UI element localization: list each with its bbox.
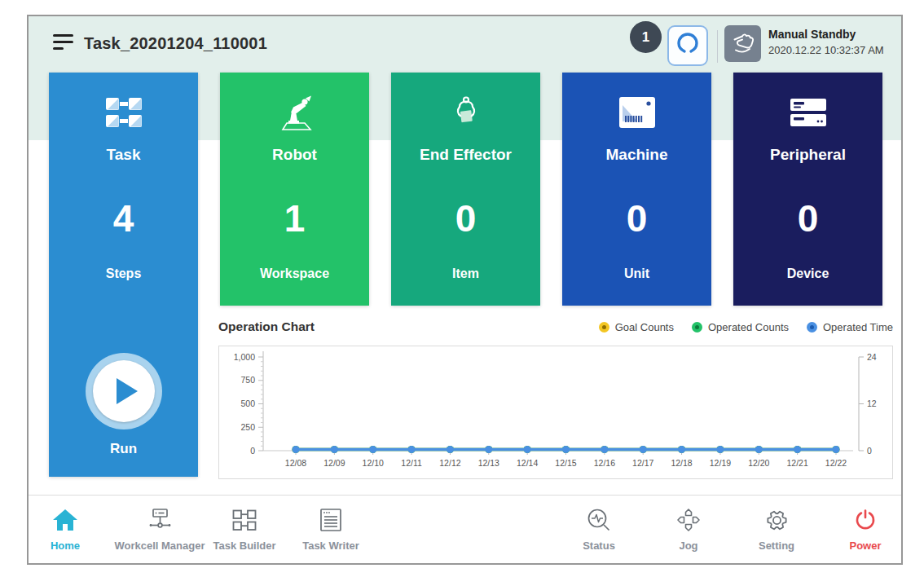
gripper-icon <box>675 32 700 59</box>
power-icon <box>853 504 878 536</box>
card-value: 0 <box>798 200 819 237</box>
svg-text:12/21: 12/21 <box>787 458 808 468</box>
legend-label: Operated Time <box>823 321 893 333</box>
nav-label: Home <box>51 540 80 552</box>
legend-label: Operated Counts <box>708 321 789 333</box>
card-machine[interactable]: Machine 0 Unit <box>562 73 711 306</box>
svg-text:12/19: 12/19 <box>710 458 731 468</box>
card-value: 0 <box>455 200 477 237</box>
card-end-effector[interactable]: End Effector 0 Item <box>391 73 540 306</box>
legend-goal-counts: Goal Counts <box>599 321 674 333</box>
setting-gear-icon <box>765 504 789 536</box>
legend-label: Goal Counts <box>615 321 674 333</box>
card-unit: Workspace <box>260 266 329 281</box>
svg-text:12/16: 12/16 <box>594 458 615 468</box>
gripper-status-button[interactable] <box>667 25 708 66</box>
card-unit: Unit <box>624 266 649 281</box>
card-value: 1 <box>284 200 306 237</box>
end-effector-gripper-icon <box>448 90 484 134</box>
mode-status-label: Manual Standby <box>768 28 884 42</box>
status-icon <box>587 504 611 536</box>
card-title: End Effector <box>420 146 512 164</box>
play-icon <box>117 378 138 404</box>
operation-chart: 1,000750500250012/0812/0912/1012/1112/12… <box>218 346 893 479</box>
legend-dot-blue-icon <box>807 322 817 333</box>
svg-text:12/15: 12/15 <box>555 458 576 468</box>
hamburger-menu-button[interactable] <box>53 34 74 52</box>
notification-badge: 1 <box>630 21 662 53</box>
run-label: Run <box>49 441 198 457</box>
svg-text:12/14: 12/14 <box>517 458 538 468</box>
nav-label: Task Writer <box>302 540 359 552</box>
card-task[interactable]: Task 4 Steps Run <box>49 73 198 477</box>
card-title: Robot <box>272 146 317 164</box>
nav-label: Power <box>849 540 881 552</box>
card-title: Task <box>107 146 141 164</box>
robot-arm-icon <box>275 90 315 134</box>
svg-text:750: 750 <box>240 375 255 385</box>
topbar-divider <box>717 30 718 63</box>
task-writer-icon <box>319 504 342 536</box>
svg-text:0: 0 <box>250 446 255 456</box>
task-blocks-icon <box>105 90 143 134</box>
svg-text:12/22: 12/22 <box>825 458 847 468</box>
svg-text:24: 24 <box>867 352 877 362</box>
nav-divider <box>29 495 901 496</box>
peripheral-server-icon <box>790 90 827 134</box>
card-title: Machine <box>605 146 667 164</box>
nav-item-power[interactable]: Power <box>804 504 924 552</box>
legend-operated-counts: Operated Counts <box>692 321 789 333</box>
svg-text:12/13: 12/13 <box>478 458 499 468</box>
task-builder-icon <box>232 504 257 536</box>
nav-label: Setting <box>759 540 794 552</box>
card-robot[interactable]: Robot 1 Workspace <box>220 73 369 306</box>
legend-dot-green-icon <box>692 322 702 333</box>
card-unit: Device <box>787 266 829 281</box>
legend-operated-time: Operated Time <box>807 321 893 333</box>
card-value: 0 <box>627 200 648 237</box>
svg-text:12/08: 12/08 <box>285 458 306 468</box>
card-unit: Item <box>452 266 479 281</box>
nav-label: Status <box>583 540 615 552</box>
hand-icon <box>731 30 755 58</box>
svg-text:12/20: 12/20 <box>748 458 769 468</box>
card-value: 4 <box>113 200 134 237</box>
nav-label: Task Builder <box>213 540 275 552</box>
legend-dot-yellow-icon <box>599 322 609 333</box>
nav-label: Jog <box>679 540 697 552</box>
svg-text:12/11: 12/11 <box>401 458 422 468</box>
svg-text:12/09: 12/09 <box>323 458 345 468</box>
svg-text:12/10: 12/10 <box>363 458 384 468</box>
timestamp: 2020.12.22 10:32:37 AM <box>768 44 884 57</box>
svg-text:12/12: 12/12 <box>439 458 460 468</box>
machine-icon <box>618 90 656 134</box>
svg-text:1,000: 1,000 <box>234 352 255 362</box>
app-frame: Task_20201204_110001 1 <box>27 15 903 565</box>
svg-text:12/18: 12/18 <box>671 458 692 468</box>
home-icon <box>52 504 78 536</box>
card-peripheral[interactable]: Peripheral 0 Device <box>733 73 882 306</box>
manual-mode-button[interactable] <box>724 25 761 62</box>
svg-text:500: 500 <box>240 399 255 408</box>
chart-legend: Goal Counts Operated Counts Operated Tim… <box>599 321 893 333</box>
card-title: Peripheral <box>770 146 846 164</box>
card-unit: Steps <box>106 266 142 281</box>
svg-text:0: 0 <box>867 446 872 456</box>
svg-text:12/17: 12/17 <box>632 458 653 468</box>
run-button[interactable] <box>86 353 162 429</box>
svg-text:12: 12 <box>867 399 877 408</box>
workcell-manager-icon <box>147 504 174 536</box>
nav-item-task-writer[interactable]: Task Writer <box>270 504 392 552</box>
jog-icon <box>676 504 701 536</box>
page-title: Task_20201204_110001 <box>84 34 267 53</box>
svg-text:250: 250 <box>240 422 255 432</box>
chart-title: Operation Chart <box>218 319 315 334</box>
